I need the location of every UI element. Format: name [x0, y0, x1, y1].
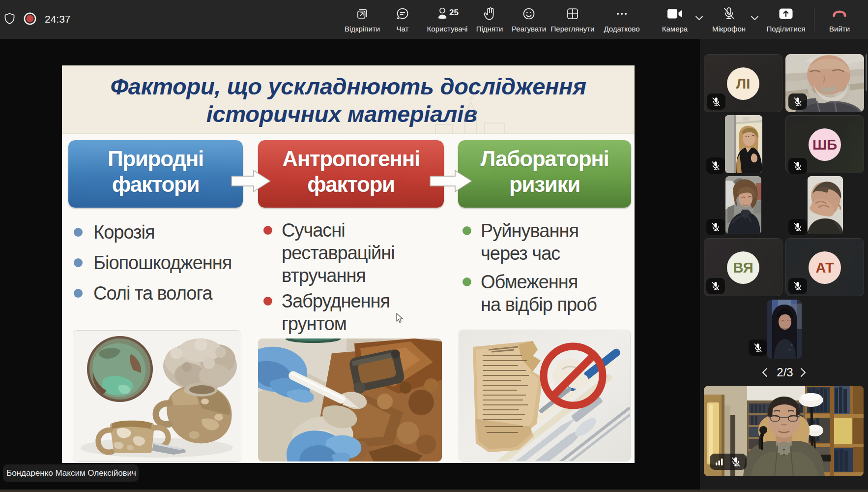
svg-text:25: 25: [449, 8, 459, 17]
